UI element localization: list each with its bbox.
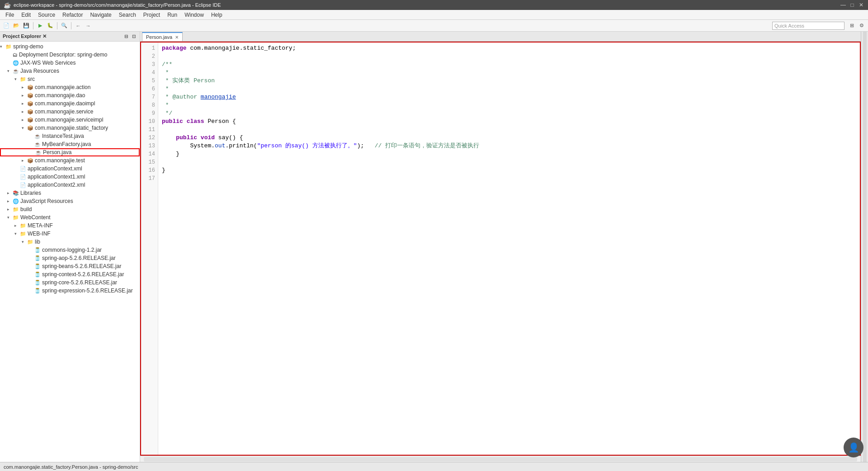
tree-item[interactable]: ▸📚Libraries [0, 189, 140, 197]
menu-item-file[interactable]: File [2, 11, 18, 19]
tree-item-icon: 🫙 [34, 264, 41, 269]
editor-tabs: Person.java ✕ [140, 32, 861, 42]
sidebar-minimize-button[interactable]: ⊟ [123, 33, 129, 40]
menu-item-source[interactable]: Source [34, 11, 59, 19]
toolbar-search-button[interactable]: 🔍 [60, 21, 69, 30]
toolbar-perspective-button[interactable]: ⊞ [847, 21, 856, 30]
menu-item-project[interactable]: Project [140, 11, 164, 19]
tree-arrow: ▸ [22, 109, 27, 114]
tree-item[interactable]: ▸📁build [0, 205, 140, 213]
toolbar-sep-2 [57, 22, 57, 29]
tree-item[interactable]: 🫙spring-aop-5.2.6.RELEASE.jar [0, 254, 140, 262]
menu-item-edit[interactable]: Edit [18, 11, 34, 19]
project-explorer-panel: Project Explorer ✕ ⊟ ⊡ ▾📁spring-demo 🗂De… [0, 32, 140, 462]
tree-item[interactable]: ▸📁META-INF [0, 221, 140, 230]
tree-item-icon: 📁 [13, 207, 19, 212]
code-editor[interactable]: 1234567891011121314151617 package com.ma… [140, 42, 861, 456]
tree-item[interactable]: ▸📦com.manongajie.action [0, 83, 140, 91]
tree-item-icon: 🫙 [34, 288, 41, 294]
tab-close-button[interactable]: ✕ [175, 35, 179, 40]
tree-arrow: ▾ [7, 69, 13, 73]
menu-item-help[interactable]: Help [208, 11, 226, 19]
menu-item-refactor[interactable]: Refactor [59, 11, 86, 19]
tree-item-icon: ☕ [34, 141, 41, 147]
tree-item[interactable]: 🫙spring-core-5.2.6.RELEASE.jar [0, 278, 140, 287]
tree-item-icon: 🫙 [34, 255, 41, 261]
tree-item[interactable]: 📄applicationContext.xml [0, 165, 140, 173]
tree-item-label: MyBeanFactory.java [42, 141, 91, 147]
sidebar-maximize-button[interactable]: ⊡ [131, 33, 137, 40]
tree-item-icon: 📄 [20, 182, 26, 188]
quick-access-input[interactable]: Quick Access [772, 22, 844, 30]
tree-item[interactable]: ▸📦com.manongajie.daoimpl [0, 99, 140, 108]
tree-item[interactable]: ☕InstanceTest.java [0, 132, 140, 140]
toolbar-new-button[interactable]: 📄 [2, 21, 11, 30]
menu-item-search[interactable]: Search [115, 11, 140, 19]
code-line: System.out.println("person 的say() 方法被执行了… [162, 142, 856, 150]
tree-item[interactable]: ☕Person.java [0, 148, 140, 156]
tree-item[interactable]: 📄applicationContext1.xml [0, 173, 140, 181]
tree-item[interactable]: ▾📁WEB-INF [0, 230, 140, 238]
tree-item-label: com.manongajie.test [35, 157, 85, 164]
tree-item[interactable]: ▾📁spring-demo [0, 42, 140, 51]
tree-item[interactable]: ▾📦com.manongajie.static_factory [0, 124, 140, 132]
toolbar-open-button[interactable]: 📂 [12, 21, 21, 30]
maximize-button[interactable]: □ [849, 2, 855, 8]
toolbar-debug-button[interactable]: 🐛 [46, 21, 55, 30]
tree-item[interactable]: ☕MyBeanFactory.java [0, 140, 140, 148]
tree-item[interactable]: 🫙spring-beans-5.2.6.RELEASE.jar [0, 262, 140, 270]
tree-item[interactable]: 🌐JAX-WS Web Services [0, 59, 140, 67]
tree-item-label: com.manongajie.static_factory [35, 125, 108, 131]
tree-item-label: JAX-WS Web Services [20, 60, 75, 66]
toolbar-back-button[interactable]: ← [74, 21, 83, 30]
tree-item[interactable]: 🗂Deployment Descriptor: spring-demo [0, 51, 140, 59]
tree-item-label: com.manongajie.dao [35, 92, 85, 99]
menu-item-window[interactable]: Window [181, 11, 208, 19]
tree-item[interactable]: 📄applicationContext2.xml [0, 181, 140, 189]
toolbar-save-button[interactable]: 💾 [22, 21, 31, 30]
tree-item[interactable]: ▾📁src [0, 75, 140, 83]
tree-arrow: ▸ [22, 93, 27, 98]
line-number: 14 [144, 150, 155, 158]
code-content[interactable]: package com.manongajie.static_factory;/*… [158, 42, 860, 455]
menu-item-navigate[interactable]: Navigate [86, 11, 115, 19]
tree-item[interactable]: ▾☕Java Resources [0, 67, 140, 75]
menu-item-run[interactable]: Run [164, 11, 181, 19]
tree-item[interactable]: 🫙spring-expression-5.2.6.RELEASE.jar [0, 287, 140, 295]
code-line [162, 52, 856, 61]
toolbar-run-button[interactable]: ▶ [36, 21, 45, 30]
tree-arrow: ▸ [14, 223, 20, 228]
toolbar-forward-button[interactable]: → [84, 21, 93, 30]
tree-item[interactable]: ▸📦com.manongajie.test [0, 156, 140, 165]
tree-item[interactable]: ▸📦com.manongajie.serviceimpl [0, 116, 140, 124]
close-button[interactable]: ✕ [858, 2, 864, 8]
tree-item-label: applicationContext.xml [28, 165, 82, 172]
code-line: * [162, 69, 856, 77]
tree-item-icon: 🗂 [13, 52, 18, 57]
tree-item[interactable]: 🫙commons-logging-1.2.jar [0, 246, 140, 254]
tree-item-icon: 🫙 [34, 272, 41, 278]
tree-item[interactable]: ▸🌐JavaScript Resources [0, 197, 140, 205]
tree-item[interactable]: ▾📁lib [0, 238, 140, 246]
toolbar-icon2-button[interactable]: ⚙ [857, 21, 866, 30]
tree-item-icon: 📚 [13, 190, 19, 196]
line-number: 4 [144, 69, 155, 77]
user-avatar[interactable]: 👤 [844, 438, 863, 457]
line-number: 7 [144, 93, 155, 101]
tree-item[interactable]: 🫙spring-context-5.2.6.RELEASE.jar [0, 270, 140, 278]
line-number: 16 [144, 166, 155, 174]
tree-item[interactable]: ▾📁WebContent [0, 213, 140, 221]
code-line: public void say() { [162, 134, 856, 142]
tree-item-icon: 🌐 [13, 60, 19, 66]
line-number: 3 [144, 61, 155, 69]
tree-item[interactable]: ▸📦com.manongajie.service [0, 108, 140, 116]
editor-tab-person-java[interactable]: Person.java ✕ [142, 32, 183, 41]
editor-scrollbar[interactable] [140, 456, 861, 462]
tree-item[interactable]: ▸📦com.manongajie.dao [0, 91, 140, 99]
tree-item-icon: 📦 [27, 109, 33, 115]
tree-arrow: ▸ [7, 191, 13, 195]
tree-item-icon: 📁 [13, 215, 19, 221]
tree-item-label: META-INF [28, 222, 53, 229]
minimize-button[interactable]: — [840, 2, 846, 8]
tree-item-icon: 📦 [27, 93, 33, 99]
